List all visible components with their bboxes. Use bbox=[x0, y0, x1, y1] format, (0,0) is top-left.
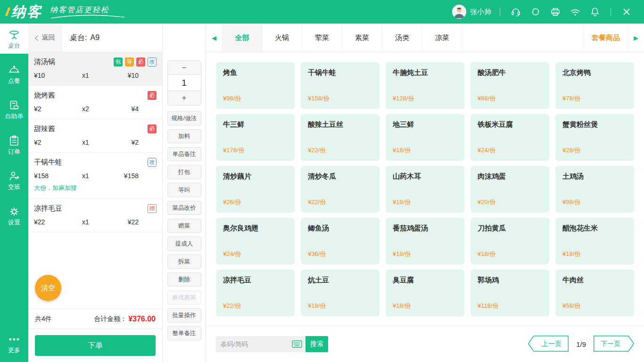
order-item-total: ¥22 bbox=[109, 218, 139, 226]
action-button[interactable]: 打包 bbox=[167, 165, 201, 179]
menu-item-card[interactable]: 刀拍黄瓜 ¥18/份 bbox=[471, 218, 549, 264]
user-account[interactable]: 张小帅 bbox=[452, 5, 491, 19]
category-tab[interactable]: 荤菜 bbox=[302, 24, 342, 52]
search-input[interactable] bbox=[216, 336, 289, 352]
menu-item-card[interactable]: 奥尔良鸡翅 ¥24/份 bbox=[216, 218, 295, 264]
back-label: 返回 bbox=[42, 33, 55, 42]
prev-page-label: 上一页 bbox=[542, 340, 561, 347]
menu-item-card[interactable]: 酸汤肥牛 ¥66/份 bbox=[471, 62, 549, 109]
avatar bbox=[452, 5, 466, 19]
menu-item-card[interactable]: 鲫鱼汤 ¥36/份 bbox=[301, 218, 380, 264]
menu-item-card[interactable]: 北京烤鸭 ¥78/份 bbox=[555, 62, 634, 109]
menu-item-card[interactable]: 地三鲜 ¥18/份 bbox=[386, 114, 464, 161]
sidebar-item-order-food[interactable]: 点餐 bbox=[0, 59, 28, 89]
order-item-qty: x1 bbox=[82, 172, 109, 180]
menu-item-name: 土鸡汤 bbox=[562, 172, 627, 181]
order-item-row[interactable]: 甜辣酱 必 ¥2 x1 ¥2 bbox=[28, 119, 162, 153]
order-item-price-row: ¥22 x1 ¥22 bbox=[34, 218, 157, 226]
top-bar-right: 张小帅 bbox=[452, 5, 644, 19]
action-button[interactable]: 拆菜 bbox=[167, 255, 201, 269]
logo-accent bbox=[5, 8, 11, 16]
action-button[interactable]: 菜品改价 bbox=[167, 201, 201, 215]
category-tab[interactable]: 素菜 bbox=[342, 24, 382, 52]
menu-item-card[interactable]: 清炒藕片 ¥26/份 bbox=[216, 166, 295, 213]
menu-item-price: ¥24/份 bbox=[223, 250, 288, 258]
category-tab[interactable]: 凉菜 bbox=[422, 24, 462, 52]
action-button[interactable]: 删除 bbox=[167, 272, 201, 287]
order-item-top: 清汤锅 包等必改 bbox=[34, 58, 157, 66]
category-tab[interactable]: 汤类 bbox=[382, 24, 422, 52]
sidebar-item-self-service[interactable]: 自助单 bbox=[0, 94, 28, 124]
place-order-button[interactable]: 下单 bbox=[35, 335, 156, 356]
menu-item-card[interactable]: 酸辣土豆丝 ¥22/份 bbox=[301, 114, 380, 161]
action-button[interactable]: 规格/做法 bbox=[167, 111, 201, 125]
menu-item-card[interactable]: 炕土豆 ¥18/份 bbox=[301, 270, 380, 316]
combo-products-tab[interactable]: 套餐商品 bbox=[584, 24, 628, 52]
menu-item-card[interactable]: 干锅牛蛙 ¥158/份 bbox=[301, 62, 380, 109]
qty-minus-button[interactable]: − bbox=[168, 61, 201, 75]
total-amount: ¥376.00 bbox=[128, 315, 156, 323]
pagination: 上一页 1/9 下一页 bbox=[528, 336, 634, 353]
search-button[interactable]: 搜索 bbox=[305, 336, 328, 352]
category-tab[interactable]: 全部 bbox=[222, 24, 262, 52]
sidebar-item-orders[interactable]: 订单 bbox=[0, 130, 28, 160]
notification-bell-icon[interactable] bbox=[590, 7, 600, 17]
menu-item-card[interactable]: 山药木耳 ¥18/份 bbox=[386, 166, 464, 213]
sidebar-item-label: 自助单 bbox=[5, 113, 24, 119]
menu-item-name: 干锅牛蛙 bbox=[308, 68, 372, 77]
menu-item-price: ¥178/份 bbox=[223, 146, 288, 155]
back-button[interactable]: 返回 bbox=[28, 24, 62, 52]
next-page-button[interactable]: 下一页 bbox=[594, 336, 634, 353]
sync-icon[interactable] bbox=[530, 7, 541, 17]
keyboard-icon[interactable] bbox=[289, 336, 305, 352]
action-button[interactable]: 单品备注 bbox=[167, 147, 201, 161]
sidebar-item-shift[interactable]: 交班 bbox=[0, 165, 28, 195]
action-button[interactable]: 整单备注 bbox=[167, 326, 201, 340]
menu-item-card[interactable]: 醋泡花生米 ¥18/份 bbox=[555, 218, 634, 264]
menu-item-card[interactable]: 臭豆腐 ¥18/份 bbox=[386, 270, 464, 316]
menu-item-card[interactable]: 郭场鸡 ¥118/份 bbox=[471, 270, 549, 316]
action-button[interactable]: 批量操作 bbox=[167, 308, 201, 322]
menu-item-card[interactable]: 牛三鲜 ¥178/份 bbox=[216, 114, 295, 161]
customer-service-icon[interactable] bbox=[511, 7, 521, 17]
category-scroll-right-icon[interactable]: ▶ bbox=[628, 24, 644, 52]
action-button[interactable]: 提成人 bbox=[167, 237, 201, 251]
menu-item-card[interactable]: 牛肉丝 ¥58/份 bbox=[555, 270, 634, 316]
prev-page-button[interactable]: 上一页 bbox=[528, 336, 569, 353]
menu-item-card[interactable]: 铁板米豆腐 ¥24/份 bbox=[471, 114, 549, 161]
divider bbox=[500, 8, 500, 16]
action-button[interactable]: 赠菜 bbox=[167, 219, 201, 233]
order-item-row[interactable]: 清汤锅 包等必改 ¥10 x1 ¥10 bbox=[28, 52, 162, 86]
order-item-row[interactable]: 烧烤酱 必 ¥2 x2 ¥4 bbox=[28, 86, 162, 119]
category-tab[interactable]: 火锅 bbox=[262, 24, 302, 52]
qty-plus-button[interactable]: + bbox=[168, 91, 201, 105]
table-number: A9 bbox=[90, 33, 99, 42]
order-item-row[interactable]: 干锅牛蛙 改 ¥158 x1 ¥158 大份，加麻加辣 bbox=[28, 153, 162, 199]
category-scroll-left-icon[interactable]: ◀ bbox=[206, 24, 222, 52]
category-bar: ◀ 全部火锅荤菜素菜汤类凉菜 套餐商品 ▶ bbox=[206, 24, 644, 52]
wifi-icon[interactable] bbox=[570, 7, 580, 17]
clear-order-button[interactable]: 清空 bbox=[35, 275, 61, 301]
menu-item-card[interactable]: 清炒冬瓜 ¥22/份 bbox=[301, 166, 380, 213]
sidebar-item-label: 桌台 bbox=[8, 42, 20, 49]
order-item-badges: 改 bbox=[145, 158, 157, 167]
menu-item-price: ¥20/份 bbox=[478, 198, 542, 206]
printer-icon[interactable] bbox=[550, 7, 561, 17]
sidebar-item-tables[interactable]: 桌台 bbox=[0, 24, 28, 54]
menu-item-card[interactable]: 凉拌毛豆 ¥22/份 bbox=[216, 270, 295, 316]
order-item-row[interactable]: 凉拌毛豆 赠 ¥22 x1 ¥22 bbox=[28, 199, 162, 232]
menu-item-price: ¥66/份 bbox=[478, 94, 542, 103]
order-item-note: 大份，加麻加辣 bbox=[34, 184, 157, 192]
action-button[interactable]: 加料 bbox=[167, 129, 201, 143]
menu-item-card[interactable]: 烤鱼 ¥98/份 bbox=[216, 62, 295, 109]
sidebar-item-settings[interactable]: 设置 bbox=[0, 200, 28, 230]
sidebar-item-more[interactable]: 更多 bbox=[0, 328, 28, 358]
menu-item-card[interactable]: 番茄鸡蛋汤 ¥18/份 bbox=[386, 218, 464, 264]
menu-item-price: ¥22/份 bbox=[308, 198, 372, 206]
menu-item-card[interactable]: 肉沫鸡蛋 ¥20/份 bbox=[471, 166, 549, 213]
menu-item-card[interactable]: 土鸡汤 ¥98/份 bbox=[555, 166, 634, 213]
action-button[interactable]: 等叫 bbox=[167, 183, 201, 197]
menu-item-card[interactable]: 牛腩炖土豆 ¥128/份 bbox=[386, 62, 464, 109]
close-icon[interactable] bbox=[621, 7, 632, 17]
menu-item-card[interactable]: 蟹黄粉丝煲 ¥28/份 bbox=[555, 114, 634, 161]
